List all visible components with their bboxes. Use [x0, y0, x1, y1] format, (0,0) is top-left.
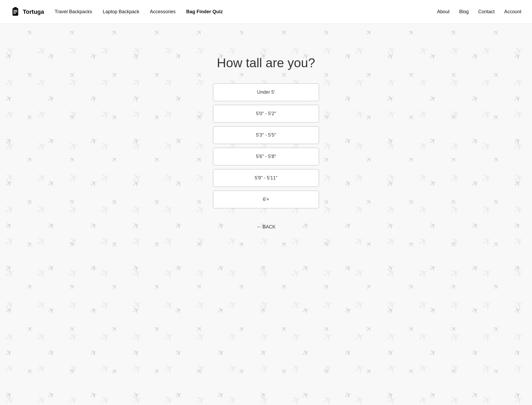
svg-rect-6 — [14, 11, 17, 12]
svg-rect-4 — [14, 7, 17, 9]
svg-rect-5 — [14, 10, 17, 11]
nav-link-accessories[interactable]: Accessories — [150, 9, 176, 15]
option-5-0-5-2[interactable]: 5'0" - 5'2" — [213, 105, 319, 123]
navbar: Tortuga Travel Backpacks Laptop Backpack… — [0, 0, 532, 24]
logo[interactable]: Tortuga — [11, 7, 44, 17]
svg-rect-7 — [14, 13, 16, 14]
option-under-5[interactable]: Under 5' — [213, 83, 319, 101]
nav-link-account[interactable]: Account — [504, 9, 521, 15]
nav-link-bag-finder-quiz[interactable]: Bag Finder Quiz — [186, 9, 223, 15]
option-5-6-5-8[interactable]: 5'6" - 5'8" — [213, 148, 319, 165]
nav-link-contact[interactable]: Contact — [478, 9, 495, 15]
quiz-question: How tall are you? — [217, 56, 315, 70]
nav-left: Tortuga Travel Backpacks Laptop Backpack… — [11, 7, 437, 17]
option-6-plus[interactable]: 6'+ — [213, 191, 319, 208]
option-5-9-5-11[interactable]: 5'9" - 5'11" — [213, 169, 319, 187]
logo-text: Tortuga — [23, 8, 44, 15]
nav-link-blog[interactable]: Blog — [459, 9, 469, 15]
nav-main-links: Travel Backpacks Laptop Backpack Accesso… — [55, 9, 223, 15]
nav-link-laptop-backpack[interactable]: Laptop Backpack — [103, 9, 139, 15]
logo-icon — [11, 7, 20, 17]
nav-link-about[interactable]: About — [437, 9, 450, 15]
options-container: Under 5' 5'0" - 5'2" 5'3" - 5'5" 5'6" - … — [213, 83, 319, 208]
main-content: How tall are you? Under 5' 5'0" - 5'2" 5… — [0, 24, 532, 405]
nav-right: About Blog Contact Account — [437, 9, 521, 15]
back-button[interactable]: ← BACK — [256, 224, 276, 230]
nav-link-travel-backpacks[interactable]: Travel Backpacks — [55, 9, 92, 15]
option-5-3-5-5[interactable]: 5'3" - 5'5" — [213, 126, 319, 144]
back-label: ← BACK — [256, 224, 276, 230]
